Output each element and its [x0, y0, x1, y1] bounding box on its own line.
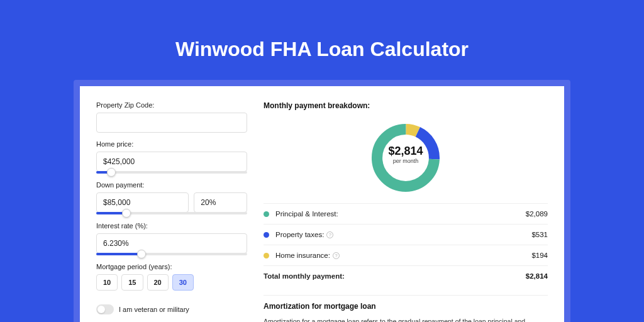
breakdown-name: Property taxes: — [275, 231, 324, 238]
donut-chart: $2,814 per month — [368, 116, 443, 192]
breakdown-row-taxes: Property taxes: ? $531 — [264, 224, 548, 245]
slider-thumb[interactable] — [122, 209, 131, 218]
down-payment-pct-input[interactable] — [194, 192, 247, 213]
slider-thumb[interactable] — [137, 250, 146, 258]
breakdown-column: Monthly payment breakdown: $2,814 per mo… — [264, 101, 548, 322]
info-icon[interactable]: ? — [333, 252, 340, 259]
breakdown-name: Home insurance: — [275, 252, 330, 259]
donut-sublabel: per month — [388, 158, 423, 164]
veteran-label: I am veteran or military — [119, 306, 189, 313]
breakdown-title: Monthly payment breakdown: — [264, 101, 548, 110]
total-value: $2,814 — [526, 272, 548, 280]
total-label: Total monthly payment: — [264, 272, 345, 280]
breakdown-name: Principal & Interest: — [275, 210, 338, 218]
dot-icon — [264, 253, 269, 258]
down-payment-slider[interactable] — [96, 212, 247, 214]
period-option-15[interactable]: 15 — [121, 274, 143, 291]
veteran-toggle[interactable] — [96, 304, 114, 314]
calculator-panel: Property Zip Code: Home price: Down paym… — [80, 86, 564, 322]
form-column: Property Zip Code: Home price: Down paym… — [96, 101, 247, 322]
mortgage-period-options: 10 15 20 30 — [96, 274, 247, 291]
calculator-panel-wrap: Property Zip Code: Home price: Down paym… — [74, 80, 570, 322]
amortization-text: Amortization for a mortgage loan refers … — [264, 317, 548, 322]
slider-thumb[interactable] — [107, 168, 116, 177]
amortization-title: Amortization for mortgage loan — [264, 295, 548, 311]
down-payment-label: Down payment: — [96, 181, 247, 189]
period-option-10[interactable]: 10 — [96, 274, 118, 291]
home-price-slider[interactable] — [96, 171, 247, 174]
interest-rate-label: Interest rate (%): — [96, 222, 247, 230]
dot-icon — [264, 211, 269, 217]
breakdown-value: $2,089 — [526, 210, 548, 218]
breakdown-row-principal: Principal & Interest: $2,089 — [264, 203, 548, 224]
zip-input[interactable] — [96, 113, 247, 133]
donut-amount: $2,814 — [388, 145, 423, 158]
page-title: Winwood FHA Loan Calculator — [0, 0, 644, 80]
info-icon[interactable]: ? — [326, 231, 333, 238]
interest-rate-slider[interactable] — [96, 253, 247, 255]
period-option-30[interactable]: 30 — [172, 274, 194, 291]
breakdown-row-insurance: Home insurance: ? $194 — [264, 245, 548, 265]
breakdown-row-total: Total monthly payment: $2,814 — [264, 265, 548, 286]
home-price-label: Home price: — [96, 140, 247, 148]
donut-center: $2,814 per month — [388, 145, 423, 164]
interest-rate-input[interactable] — [96, 233, 247, 253]
period-option-20[interactable]: 20 — [147, 274, 169, 291]
home-price-input[interactable] — [96, 152, 247, 172]
mortgage-period-label: Mortgage period (years): — [96, 263, 247, 270]
zip-label: Property Zip Code: — [96, 101, 247, 109]
down-payment-input[interactable] — [96, 192, 189, 213]
dot-icon — [264, 232, 269, 238]
breakdown-value: $194 — [531, 252, 548, 259]
breakdown-value: $531 — [531, 231, 548, 238]
